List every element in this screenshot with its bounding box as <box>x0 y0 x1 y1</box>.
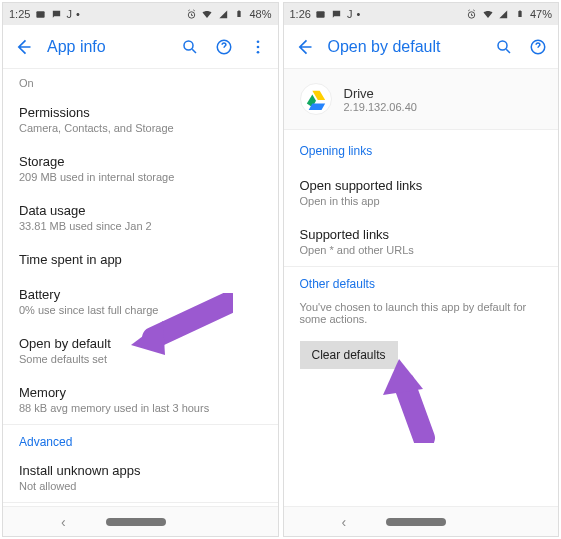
battery-sub: 0% use since last full charge <box>19 304 262 316</box>
item-permissions[interactable]: Permissions Camera, Contacts, and Storag… <box>3 95 278 144</box>
alarm-icon <box>185 8 197 20</box>
app-bar: Open by default <box>284 25 559 69</box>
nav-home-pill[interactable] <box>106 518 166 526</box>
time-title: Time spent in app <box>19 252 262 267</box>
help-icon[interactable] <box>214 37 234 57</box>
svg-rect-11 <box>518 11 521 17</box>
wifi-icon <box>201 8 213 20</box>
nav-back-icon[interactable]: ‹ <box>341 514 346 530</box>
page-title: Open by default <box>328 38 481 56</box>
battery-icon <box>514 8 526 20</box>
nav-bar: ‹ <box>3 506 278 536</box>
app-name: Drive <box>344 86 417 101</box>
nav-home-pill[interactable] <box>386 518 446 526</box>
item-memory[interactable]: Memory 88 kB avg memory used in last 3 h… <box>3 375 278 424</box>
more-icon[interactable] <box>248 37 268 57</box>
battery-title: Battery <box>19 287 262 302</box>
openbydefault-sub: Some defaults set <box>19 353 262 365</box>
item-supported-links[interactable]: Supported links Open * and other URLs <box>284 217 559 266</box>
opensupported-title: Open supported links <box>300 178 543 193</box>
wifi-icon <box>482 8 494 20</box>
status-bar: 1:26 J • 47% <box>284 3 559 25</box>
status-bar: 1:25 J • 48% <box>3 3 278 25</box>
svg-rect-3 <box>239 10 240 11</box>
item-open-by-default[interactable]: Open by default Some defaults set <box>3 326 278 375</box>
page-title: App info <box>47 38 166 56</box>
chat-icon <box>331 8 343 20</box>
back-icon[interactable] <box>294 37 314 57</box>
svg-rect-12 <box>519 10 520 11</box>
permissions-title: Permissions <box>19 105 262 120</box>
item-data-usage[interactable]: Data usage 33.81 MB used since Jan 2 <box>3 193 278 242</box>
item-install-unknown[interactable]: Install unknown apps Not allowed <box>3 459 278 502</box>
item-storage[interactable]: Storage 209 MB used in internal storage <box>3 144 278 193</box>
memory-title: Memory <box>19 385 262 400</box>
j-icon: J <box>347 8 353 20</box>
data-sub: 33.81 MB used since Jan 2 <box>19 220 262 232</box>
content: On Permissions Camera, Contacts, and Sto… <box>3 69 278 506</box>
battery-pct: 48% <box>249 8 271 20</box>
svg-rect-0 <box>36 11 44 17</box>
installunknown-sub: Not allowed <box>19 480 262 492</box>
chat-icon <box>50 8 62 20</box>
svg-point-13 <box>498 41 507 50</box>
signal-icon <box>498 8 510 20</box>
signal-icon <box>217 8 229 20</box>
clear-defaults-button[interactable]: Clear defaults <box>300 341 398 369</box>
status-time: 1:26 <box>290 8 311 20</box>
app-header: Drive 2.19.132.06.40 <box>284 69 559 130</box>
svg-point-4 <box>184 41 193 50</box>
storage-title: Storage <box>19 154 262 169</box>
item-battery[interactable]: Battery 0% use since last full charge <box>3 277 278 326</box>
search-icon[interactable] <box>494 37 514 57</box>
advanced-link[interactable]: Advanced <box>3 425 278 459</box>
installunknown-title: Install unknown apps <box>19 463 262 478</box>
item-open-supported-links[interactable]: Open supported links Open in this app <box>284 168 559 217</box>
help-icon[interactable] <box>528 37 548 57</box>
opening-links-header: Opening links <box>284 130 559 168</box>
alarm-icon <box>466 8 478 20</box>
other-defaults-header: Other defaults <box>284 267 559 301</box>
svg-rect-2 <box>238 11 241 17</box>
openbydefault-title: Open by default <box>19 336 262 351</box>
app-version: 2.19.132.06.40 <box>344 101 417 113</box>
svg-point-6 <box>256 40 259 43</box>
phone-left: 1:25 J • 48% <box>2 2 279 537</box>
battery-icon <box>233 8 245 20</box>
search-icon[interactable] <box>180 37 200 57</box>
app-bar: App info <box>3 25 278 69</box>
other-defaults-note: You've chosen to launch this app by defa… <box>284 301 559 335</box>
phone-right: 1:26 J • 47% <box>283 2 560 537</box>
svg-point-8 <box>256 50 259 53</box>
storage-sub: 209 MB used in internal storage <box>19 171 262 183</box>
memory-sub: 88 kB avg memory used in last 3 hours <box>19 402 262 414</box>
item-time-spent[interactable]: Time spent in app <box>3 242 278 277</box>
permissions-sub: Camera, Contacts, and Storage <box>19 122 262 134</box>
data-title: Data usage <box>19 203 262 218</box>
battery-pct: 47% <box>530 8 552 20</box>
notification-icon <box>315 8 327 20</box>
supported-title: Supported links <box>300 227 543 242</box>
svg-rect-9 <box>317 11 325 17</box>
svg-point-7 <box>256 45 259 48</box>
on-label: On <box>19 77 262 89</box>
dot-icon: • <box>356 8 360 20</box>
status-time: 1:25 <box>9 8 30 20</box>
back-icon[interactable] <box>13 37 33 57</box>
opensupported-sub: Open in this app <box>300 195 543 207</box>
j-icon: J <box>66 8 72 20</box>
nav-bar: ‹ <box>284 506 559 536</box>
notification-icon <box>34 8 46 20</box>
item-on[interactable]: On <box>3 69 278 95</box>
nav-back-icon[interactable]: ‹ <box>61 514 66 530</box>
content: Drive 2.19.132.06.40 Opening links Open … <box>284 69 559 506</box>
drive-icon <box>300 83 332 115</box>
supported-sub: Open * and other URLs <box>300 244 543 256</box>
dot-icon: • <box>76 8 80 20</box>
